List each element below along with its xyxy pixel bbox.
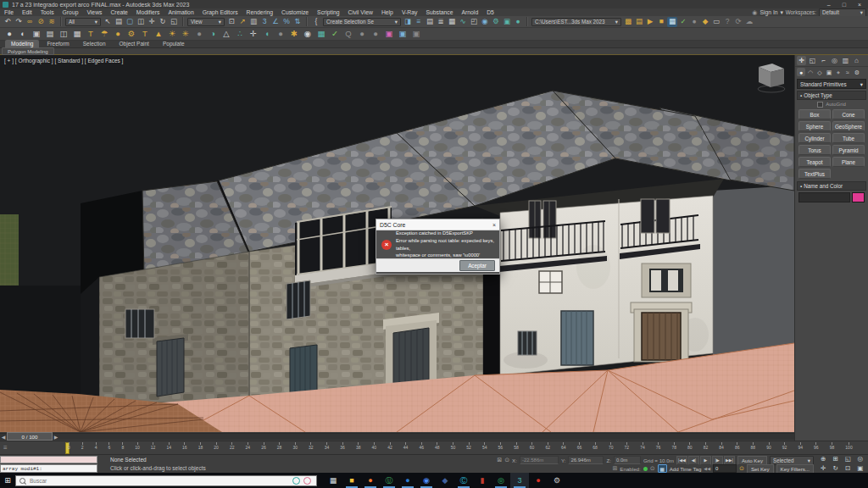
- macro-recorder-field[interactable]: [0, 456, 97, 463]
- menu-scripting[interactable]: Scripting: [313, 9, 343, 15]
- utilities-panel-icon[interactable]: ⌂: [852, 56, 861, 65]
- menu-d5[interactable]: D5: [482, 9, 498, 15]
- accept-button[interactable]: Aceptar: [459, 260, 495, 271]
- menu-civil-view[interactable]: Civil View: [344, 9, 377, 15]
- viewport-label[interactable]: [ + ] [ Orthographic ] [ Standard ] [ Ed…: [4, 58, 123, 64]
- camera-icon[interactable]: ▣: [31, 29, 42, 40]
- helpers-category-icon[interactable]: ⌖: [834, 68, 843, 76]
- object-name-field[interactable]: [798, 192, 850, 202]
- select-by-name-icon[interactable]: ▤: [114, 17, 124, 27]
- menu-help[interactable]: Help: [377, 9, 398, 15]
- reference-coordinate-dropdown[interactable]: View▾: [187, 18, 225, 26]
- maximize-button[interactable]: □: [843, 2, 846, 8]
- next-frame-arrow[interactable]: ▶: [53, 434, 59, 440]
- select-and-rotate-icon[interactable]: ↻: [158, 17, 168, 27]
- render-setup-icon[interactable]: ⚙: [491, 17, 501, 27]
- plane-button[interactable]: Plane: [832, 157, 865, 167]
- textplus-button[interactable]: TextPlus: [798, 169, 831, 179]
- maximize-viewport-icon[interactable]: ▣: [854, 464, 867, 473]
- auto-key-button[interactable]: Auto Key: [737, 456, 767, 465]
- pyramid-button[interactable]: Pyramid: [832, 145, 865, 155]
- validate-icon[interactable]: ✓: [678, 17, 688, 27]
- sphere-half-icon[interactable]: ◑: [207, 29, 219, 40]
- menu-create[interactable]: Create: [106, 9, 131, 15]
- sign-in-button[interactable]: ◉ Sign In ▾: [752, 8, 783, 16]
- ribbon-tab-object-paint[interactable]: Object Paint: [114, 40, 155, 47]
- polygon-modeling-panel[interactable]: Polygon Modeling: [2, 47, 54, 55]
- gray-sphere-icon[interactable]: ●: [275, 29, 287, 40]
- menu-group[interactable]: Group: [58, 9, 83, 15]
- time-slider-track[interactable]: [0, 433, 794, 440]
- 3dsmax-app[interactable]: 3: [510, 473, 529, 488]
- angle-snap-icon[interactable]: ∠: [270, 17, 281, 27]
- menu-graph-editors[interactable]: Graph Editors: [198, 9, 242, 15]
- spinner-snap-icon[interactable]: ⇅: [292, 17, 303, 27]
- select-object-icon[interactable]: ↖: [103, 17, 113, 27]
- orb-one-icon[interactable]: ●: [356, 29, 368, 40]
- percent-snap-icon[interactable]: %: [281, 17, 292, 27]
- menu-file[interactable]: File: [0, 9, 18, 15]
- start-button[interactable]: ⊞: [0, 476, 15, 485]
- shapes-category-icon[interactable]: ◠: [806, 68, 815, 76]
- systems-category-icon[interactable]: ⚙: [853, 68, 861, 76]
- cone-button[interactable]: Cone: [832, 109, 865, 119]
- sphere-button[interactable]: Sphere: [798, 121, 831, 131]
- search-q-icon[interactable]: Q: [342, 29, 354, 40]
- object-type-rollout[interactable]: ▪ Object Type: [797, 91, 866, 100]
- create-panel-icon[interactable]: ✛: [797, 56, 806, 65]
- menu-v-ray[interactable]: V-Ray: [398, 9, 422, 15]
- shell-icon[interactable]: ◖: [261, 29, 273, 40]
- geometry-category-icon[interactable]: ●: [797, 68, 805, 76]
- use-pivot-point-icon[interactable]: ⊡: [226, 17, 236, 27]
- boxes-icon[interactable]: ▦: [315, 29, 327, 40]
- ribbon-tab-modeling[interactable]: Modeling: [5, 40, 39, 47]
- trackbar-menu-icon[interactable]: ≡: [3, 444, 8, 452]
- lights-category-icon[interactable]: ◇: [815, 68, 824, 76]
- ribbon-tab-freeform[interactable]: Freeform: [41, 40, 75, 47]
- time-slider-handle[interactable]: 0 / 100: [7, 432, 53, 441]
- select-and-move-icon[interactable]: ✛: [147, 17, 157, 27]
- script-record-icon[interactable]: ▤: [634, 17, 644, 27]
- unlink-selection-icon[interactable]: ⊘: [36, 17, 46, 27]
- file-explorer-app[interactable]: ■: [342, 473, 361, 488]
- zoom-extents-icon[interactable]: ◱: [842, 455, 854, 463]
- layer-explorer-icon[interactable]: ≣: [436, 17, 446, 27]
- grid-toggle-icon[interactable]: ⊞: [612, 465, 617, 472]
- orb-two-icon[interactable]: ●: [370, 29, 381, 40]
- fov-icon[interactable]: ◎: [854, 455, 867, 463]
- ribbon-toggle-icon[interactable]: ▦: [447, 17, 457, 27]
- window-crossing-icon[interactable]: ◫: [136, 17, 146, 27]
- lens-icon[interactable]: ◉: [302, 29, 314, 40]
- orbit-icon[interactable]: ↻: [830, 464, 843, 473]
- undo-icon[interactable]: ↶: [3, 17, 13, 27]
- ribbon-tab-populate[interactable]: Populate: [157, 40, 191, 47]
- box-button[interactable]: Box: [798, 109, 831, 119]
- red-dot-app[interactable]: ●: [529, 473, 548, 488]
- monitor-icon[interactable]: ▭: [711, 17, 721, 27]
- recycle-icon[interactable]: ⟳: [733, 17, 743, 27]
- compare-icon[interactable]: ◫: [58, 29, 70, 40]
- atoms-icon[interactable]: ∴: [234, 29, 246, 40]
- sphere-light-icon[interactable]: ●: [112, 29, 124, 40]
- prev-frame-arrow[interactable]: ◀: [0, 434, 7, 440]
- menu-views[interactable]: Views: [82, 9, 106, 15]
- mirror-icon[interactable]: ◨: [403, 17, 413, 27]
- isolate-selection-icon[interactable]: ▩: [623, 17, 633, 27]
- name-color-rollout[interactable]: ▪ Name and Color: [797, 181, 866, 191]
- cameras-category-icon[interactable]: ▣: [825, 68, 833, 76]
- minimize-button[interactable]: –: [827, 2, 831, 8]
- x-coordinate-field[interactable]: -22.586m: [520, 456, 559, 464]
- red-book-app[interactable]: ▮: [473, 473, 492, 488]
- blue-chip-icon[interactable]: ▣: [397, 29, 409, 40]
- help-circle-icon[interactable]: ?: [722, 17, 732, 27]
- z-coordinate-field[interactable]: 0.0m: [614, 456, 641, 464]
- bone-tool-icon[interactable]: T: [85, 29, 97, 40]
- frame-back-icon[interactable]: ◀◀: [704, 466, 710, 471]
- umbrella-light-icon[interactable]: ☂: [98, 29, 110, 40]
- autogrid-checkbox[interactable]: AutoGrid: [795, 100, 868, 108]
- modify-panel-icon[interactable]: ◱: [808, 56, 817, 65]
- cloud-icon[interactable]: ☁: [744, 17, 754, 27]
- dark-chip-icon[interactable]: ▣: [410, 29, 422, 40]
- project-path-dropdown[interactable]: C:\Users\EST...3ds Max 2023▾: [531, 18, 621, 26]
- tee-light-icon[interactable]: T: [139, 29, 151, 40]
